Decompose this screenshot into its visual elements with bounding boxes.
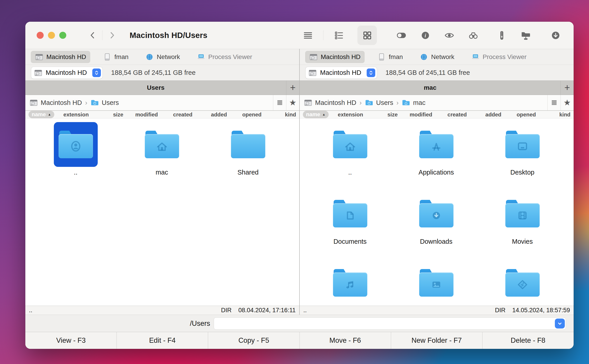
breadcrumb[interactable]: Macintosh HD›Users›mac [300,95,547,110]
file-grid: ..macShared [25,118,299,306]
copy-button[interactable]: Copy - F5 [208,332,300,349]
add-tab-button[interactable]: + [286,81,299,95]
tab-label: Macintosh HD [321,53,360,61]
volume-select[interactable]: Macintosh HD [306,67,377,79]
file-icon-box[interactable] [501,260,544,305]
file-item-pictures[interactable] [414,260,458,306]
breadcrumb[interactable]: Macintosh HD›Users [25,95,273,110]
volume-name: Macintosh HD [320,69,363,76]
forward-button[interactable] [105,27,119,43]
file-icon-box[interactable] [501,191,544,236]
column-header-opened[interactable]: opened [227,111,262,118]
tab-process-viewer[interactable]: Process Viewer [193,51,256,63]
column-header-name[interactable]: name▲ [28,111,54,118]
file-item-documents[interactable]: Documents [328,191,372,260]
toggle-switch-icon[interactable] [396,30,407,41]
path-list-button[interactable] [547,95,561,110]
favorites-button[interactable]: ★ [286,95,299,110]
new-folder-button[interactable]: New Folder - F7 [391,332,483,349]
column-header-size[interactable]: size [363,111,398,118]
back-button[interactable] [86,27,99,43]
column-header-kind[interactable]: kind [262,111,296,118]
breadcrumb-segment-macintosh-hd[interactable]: Macintosh HD [29,98,82,107]
file-item-desktop[interactable]: Desktop [501,122,544,191]
column-header-modified[interactable]: modified [398,111,432,118]
file-icon-box[interactable] [140,122,184,167]
file-item-[interactable]: .. [328,122,372,191]
column-header-created[interactable]: created [158,111,192,118]
column-header-extension[interactable]: extension [54,111,89,118]
tab-macintosh-hd[interactable]: Macintosh HD [31,51,90,63]
command-history-button[interactable] [555,318,565,329]
preview-eye-icon[interactable] [444,30,455,41]
breadcrumb-segment-mac[interactable]: mac [402,98,425,107]
file-item-label: Desktop [510,169,534,176]
column-header-opened[interactable]: opened [501,111,536,118]
function-bar: View - F3Edit - F4Copy - F5Move - F6New … [25,332,574,349]
file-icon-box[interactable] [501,122,544,167]
file-icon-box[interactable] [414,122,458,167]
edit-button[interactable]: Edit - F4 [117,332,208,349]
file-item-movies[interactable]: Movies [501,191,544,260]
volume-popup-button[interactable] [367,69,375,77]
command-input[interactable] [214,318,566,330]
volume-popup-button[interactable] [92,69,101,77]
tab-process-viewer[interactable]: Process Viewer [467,51,531,63]
file-item-mac[interactable]: mac [140,122,184,191]
column-header-added[interactable]: added [467,111,501,118]
breadcrumb-label: Users [102,99,119,106]
move-button[interactable]: Move - F6 [300,332,391,349]
archive-zip-icon[interactable] [496,30,507,41]
lines-icon [276,98,284,107]
grid-view-icon[interactable] [357,26,377,45]
file-item-public[interactable] [501,260,544,306]
info-icon[interactable]: i [420,30,431,41]
tab-network[interactable]: Network [141,51,184,63]
tab-fman[interactable]: fman [99,51,132,63]
column-header-modified[interactable]: modified [123,111,158,118]
zoom-button[interactable] [59,32,66,39]
list-view-icon[interactable] [302,30,313,41]
column-header-created[interactable]: created [432,111,467,118]
file-icon-box[interactable] [328,191,372,236]
column-header-name[interactable]: name▲ [303,111,329,118]
tab-fman[interactable]: fman [373,51,407,63]
hard-disk-icon [34,69,43,77]
file-icon-box[interactable] [54,122,98,167]
window-title: Macintosh HD/Users [130,31,207,40]
tab-label: fman [389,53,403,61]
current-path-label: /Users [190,319,210,328]
column-header-extension[interactable]: extension [329,111,363,118]
file-item-shared[interactable]: Shared [226,122,270,191]
download-icon[interactable] [550,30,561,41]
close-button[interactable] [37,32,44,39]
view-button[interactable]: View - F3 [25,332,117,349]
file-item-applications[interactable]: Applications [414,122,458,191]
column-header-kind[interactable]: kind [536,111,570,118]
network-share-icon[interactable] [520,30,531,41]
file-icon-box[interactable] [328,260,372,305]
file-icon-box[interactable] [414,191,458,236]
add-tab-button[interactable]: + [561,81,574,95]
breadcrumb-segment-users[interactable]: Users [91,98,119,107]
file-icon-box[interactable] [328,122,372,167]
minimize-button[interactable] [48,32,55,39]
tab-network[interactable]: Network [416,51,458,63]
column-header-added[interactable]: added [192,111,227,118]
detail-view-icon[interactable] [334,30,344,41]
file-icon-box[interactable] [226,122,270,167]
file-item-downloads[interactable]: Downloads [414,191,458,260]
file-icon-box[interactable] [414,260,458,305]
path-list-button[interactable] [273,95,286,110]
column-header-size[interactable]: size [89,111,123,118]
favorites-button[interactable]: ★ [561,95,574,110]
file-item-[interactable]: .. [54,122,98,191]
tab-macintosh-hd[interactable]: Macintosh HD [305,51,365,63]
volume-select[interactable]: Macintosh HD [31,67,103,79]
panes-container: Macintosh HDfmanNetworkProcess Viewer Ma… [25,49,574,315]
file-item-music[interactable] [328,260,372,306]
breadcrumb-segment-users[interactable]: Users [365,98,393,107]
delete-button[interactable]: Delete - F8 [483,332,574,349]
breadcrumb-segment-macintosh-hd[interactable]: Macintosh HD [304,98,356,107]
search-binoculars-icon[interactable] [468,30,479,41]
